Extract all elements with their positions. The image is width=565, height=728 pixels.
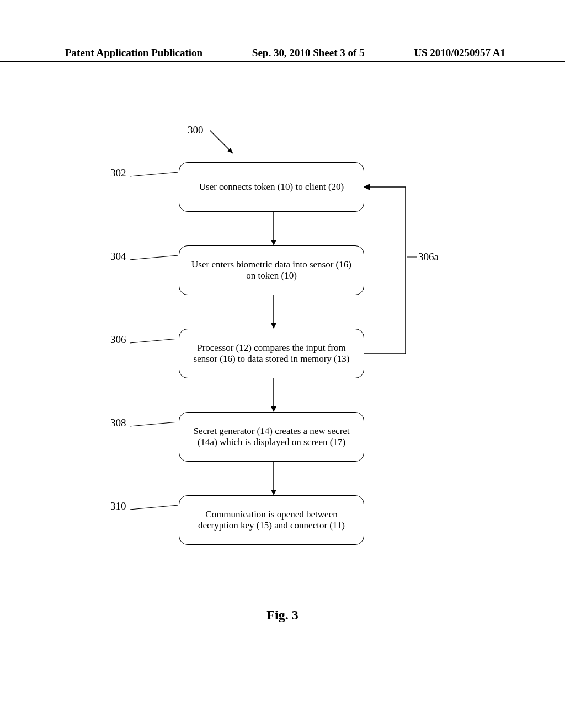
ref-308-leader	[130, 422, 179, 433]
box-302-text: User connects token (10) to client (20)	[199, 181, 344, 192]
ref-302-leader	[130, 172, 179, 183]
svg-line-4	[130, 339, 178, 343]
ref-310-label: 310	[110, 500, 126, 512]
ref-310-leader	[130, 505, 179, 516]
arrow-308-to-310	[270, 462, 277, 495]
ref-304-label: 304	[110, 250, 126, 263]
box-310-text: Communication is opened between decrypti…	[190, 509, 353, 531]
page-header: Patent Application Publication Sep. 30, …	[0, 47, 565, 62]
feedback-line-306a	[364, 182, 414, 358]
arrow-306-to-308	[270, 378, 277, 412]
arrow-302-to-304	[270, 212, 277, 245]
ref-306a-label: 306a	[418, 251, 439, 263]
flowchart-box-302: User connects token (10) to client (20)	[179, 162, 364, 212]
arrow-304-to-306	[270, 295, 277, 329]
ref-308-label: 308	[110, 417, 126, 429]
figure-label: Fig. 3	[0, 608, 565, 623]
ref-300-leader	[210, 130, 237, 158]
flowchart-box-308: Secret generator (14) creates a new secr…	[179, 412, 364, 462]
svg-marker-10	[271, 323, 276, 329]
header-center: Sep. 30, 2010 Sheet 3 of 5	[252, 47, 365, 59]
ref-302-label: 302	[110, 167, 126, 179]
header-right: US 2010/0250957 A1	[414, 47, 505, 59]
ref-300-label: 300	[188, 124, 204, 136]
svg-line-2	[130, 172, 178, 176]
svg-marker-8	[271, 240, 276, 245]
ref-304-leader	[130, 255, 179, 266]
box-304-text: User enters biometric data into sensor (…	[190, 259, 353, 281]
flowchart-box-310: Communication is opened between decrypti…	[179, 495, 364, 545]
svg-line-3	[130, 255, 178, 260]
svg-marker-12	[271, 406, 276, 412]
ref-306-leader	[130, 339, 179, 350]
svg-marker-14	[271, 490, 276, 495]
flowchart-diagram: 300 302 User connects token (10) to clie…	[0, 105, 565, 601]
svg-line-5	[130, 422, 178, 426]
flowchart-box-304: User enters biometric data into sensor (…	[179, 245, 364, 295]
box-306-text: Processor (12) compares the input from s…	[190, 342, 353, 365]
ref-306a-leader	[407, 256, 417, 258]
flowchart-box-306: Processor (12) compares the input from s…	[179, 329, 364, 378]
header-left: Patent Application Publication	[65, 47, 202, 59]
svg-marker-15	[364, 184, 370, 190]
ref-306-label: 306	[110, 334, 126, 346]
svg-line-6	[130, 505, 178, 510]
box-308-text: Secret generator (14) creates a new secr…	[190, 426, 353, 448]
